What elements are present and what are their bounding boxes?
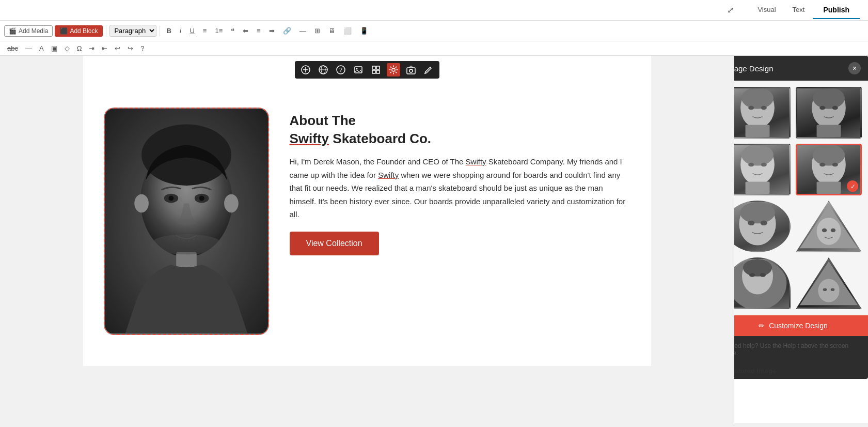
camera-tool-button[interactable] [404, 63, 418, 77]
globe-tool-button[interactable] [317, 63, 330, 77]
undo-button[interactable]: ↩ [112, 42, 123, 54]
image-option-1[interactable] [734, 87, 791, 139]
mobile-view-button[interactable]: 📱 [357, 25, 371, 37]
add-block-button[interactable]: ⬛ Add Block [55, 25, 103, 37]
top-bar: ⤢ Visual Text Publish [0, 0, 868, 21]
add-media-button[interactable]: 🎬 Add Media [4, 25, 53, 37]
svg-point-48 [761, 163, 767, 167]
text-section: About The Swifty Skateboard Co. Hi, I'm … [290, 108, 630, 255]
table-button[interactable]: ⊞ [311, 25, 323, 37]
featured-image-label: Featured Image [734, 363, 868, 379]
unordered-list-button[interactable]: ≡ [200, 25, 210, 37]
question-tool-button[interactable]: ? [334, 63, 348, 77]
indent-button[interactable]: ⇥ [86, 42, 98, 54]
image-option-3[interactable] [734, 144, 791, 195]
panel-close-button[interactable]: × [848, 62, 861, 74]
special-char-button[interactable]: Ω [74, 42, 85, 54]
svg-point-62 [831, 228, 835, 233]
ordered-list-button[interactable]: 1≡ [212, 25, 226, 37]
image-option-8-triangle2[interactable] [796, 257, 862, 309]
outdent-button[interactable]: ⇤ [99, 42, 111, 54]
view-collection-button[interactable]: View Collection [290, 232, 379, 255]
help-text: Need help? Use the Help t above the scre… [734, 336, 868, 363]
heading-swifty: Swifty Skateboard Co. [290, 131, 630, 147]
settings-tool-button[interactable] [387, 63, 400, 77]
font-color-button[interactable]: A [36, 42, 47, 54]
desktop-view-button[interactable]: 🖥 [325, 25, 338, 37]
pencil-tool-button[interactable] [422, 63, 435, 77]
image-option-4-selected[interactable]: ✓ [796, 144, 862, 195]
toolbar-row1: 🎬 Add Media ⬛ Add Block Paragraph B I U … [0, 21, 868, 41]
svg-point-36 [741, 88, 774, 109]
svg-point-61 [822, 228, 827, 233]
blockquote-button[interactable]: ❝ [228, 25, 238, 37]
camera-small-icon: 🎬 [9, 27, 17, 35]
italic-button[interactable]: I [177, 25, 185, 37]
pencil-customize-icon: ✏ [759, 322, 765, 330]
tab-publish[interactable]: Publish [813, 2, 860, 19]
grid-tool-button[interactable] [369, 63, 383, 77]
svg-point-67 [760, 273, 766, 277]
svg-point-37 [748, 106, 754, 110]
paragraph-select[interactable]: Paragraph [109, 25, 156, 37]
add-block-tool-button[interactable] [299, 63, 312, 77]
redo-button[interactable]: ↪ [124, 42, 136, 54]
swifty-link2[interactable]: Swifty [378, 171, 399, 179]
image-option-6-triangle[interactable] [796, 201, 862, 252]
content-section: About The Swifty Skateboard Co. Hi, I'm … [104, 77, 630, 335]
block-icon: ⬛ [60, 27, 68, 35]
expand-icon[interactable]: ⤢ [727, 5, 734, 15]
image-tool-button[interactable] [352, 63, 365, 77]
tablet-view-button[interactable]: ⬜ [340, 25, 355, 37]
editor-canvas: ? [83, 56, 651, 366]
body-text: Hi, I'm Derek Mason, the Founder and CEO… [290, 155, 630, 221]
svg-rect-10 [372, 66, 375, 69]
svg-point-16 [409, 69, 413, 72]
insert-read-more-button[interactable]: — [296, 25, 309, 37]
svg-rect-44 [817, 125, 841, 136]
svg-rect-34 [105, 109, 268, 334]
divider2 [160, 26, 160, 36]
tab-group: Visual Text Publish [749, 2, 860, 19]
swifty-underline: Swifty [290, 131, 329, 146]
horizontal-rule-button[interactable]: — [22, 42, 35, 54]
svg-rect-54 [817, 181, 841, 193]
svg-rect-8 [355, 67, 362, 73]
selected-check: ✓ [847, 180, 858, 192]
align-center-button[interactable]: ≡ [254, 25, 264, 37]
svg-text:?: ? [339, 67, 342, 73]
align-right-button[interactable]: ➡ [266, 25, 278, 37]
svg-point-9 [356, 68, 357, 70]
divider1 [106, 26, 106, 36]
help-button[interactable]: ? [137, 42, 147, 54]
block-toolbar: ? [295, 61, 439, 79]
editor-area: ? [0, 56, 734, 423]
swifty-link[interactable]: Swifty [466, 157, 486, 166]
person-photo [105, 109, 268, 334]
bold-button[interactable]: B [163, 25, 174, 37]
image-option-7-halfcircle[interactable] [734, 257, 791, 309]
image-option-2[interactable] [796, 87, 862, 139]
custom-char-button[interactable]: ▣ [48, 42, 60, 54]
customize-design-button[interactable]: ✏ Customize Design [734, 315, 868, 336]
tab-text[interactable]: Text [784, 2, 813, 19]
strikethrough-button[interactable]: abc [4, 42, 21, 54]
svg-point-53 [832, 163, 838, 167]
link-button[interactable]: 🔗 [280, 25, 294, 37]
tab-visual[interactable]: Visual [749, 2, 784, 19]
svg-point-58 [761, 221, 767, 225]
svg-rect-12 [372, 70, 375, 73]
svg-rect-39 [746, 125, 770, 136]
right-sidebar: Save Draft Pre... 📌 Status: Staging Edit… [734, 56, 868, 423]
svg-point-52 [819, 163, 825, 167]
underline-button[interactable]: U [186, 25, 197, 37]
clear-format-button[interactable]: ◇ [61, 42, 73, 54]
svg-point-71 [831, 288, 835, 291]
toolbar-row2: abc — A ▣ ◇ Ω ⇥ ⇤ ↩ ↪ ? [0, 41, 868, 56]
svg-rect-13 [376, 70, 380, 73]
svg-rect-15 [407, 68, 415, 74]
selected-image-container[interactable] [104, 108, 269, 335]
svg-point-14 [392, 68, 395, 71]
align-left-button[interactable]: ⬅ [240, 25, 251, 37]
image-option-5-oval[interactable] [734, 201, 791, 252]
